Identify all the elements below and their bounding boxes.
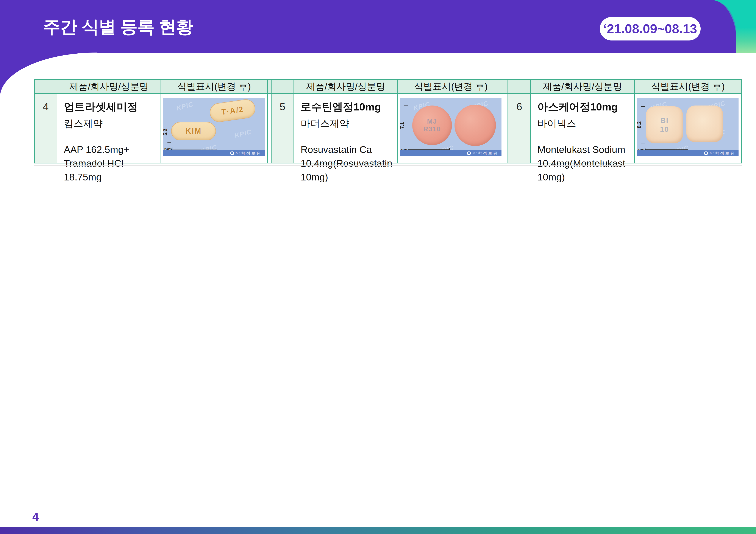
dimension-line-horizontal [408, 149, 450, 150]
company-name: 마더스제약 [301, 117, 393, 131]
brand-logo-icon [704, 151, 708, 155]
brand-name: 약학정보원 [472, 150, 499, 156]
pill-image-cell: KPIC KPIC KPIC KPIC BI 10 8.2 8.2 mm 약학정… [635, 94, 741, 163]
spacer-cell [504, 94, 508, 163]
drug-info-cell: 아스케어정10mg 바이넥스 Montelukast Sodium 10.4mg… [531, 94, 635, 163]
page-number: 4 [32, 510, 39, 523]
company-name: 바이넥스 [537, 117, 630, 131]
dimension-height-label: 8.2 [637, 121, 642, 128]
pill-print-line: R310 [423, 125, 441, 133]
dimension-line-vertical [643, 106, 643, 143]
pill-engraving: T·A/2 [221, 105, 244, 117]
pill-print-line: MJ [427, 117, 437, 125]
header-number-cell [508, 80, 531, 94]
pill-photo: KPIC KPIC KPIC KPIC KPIC T·A/2 KIM 5.2 1… [163, 98, 265, 156]
brand-logo-icon [230, 151, 234, 155]
ingredient-line: Tramadol HCl [64, 157, 157, 170]
pill-image-cell: KPIC KPIC KPIC KPIC MJ R310 7.1 7.1 mm 약… [398, 94, 504, 163]
kpic-watermark: KPIC [176, 100, 194, 112]
kpic-watermark: KPIC [234, 128, 252, 139]
identification-table: 제품/회사명/성분명 식별표시(변경 후) 제품/회사명/성분명 식별표시(변경… [34, 79, 742, 164]
drug-name: 아스케어정10mg [537, 99, 630, 114]
pill-engraving: KIM [186, 127, 202, 136]
drug-info-cell: 업트라셋세미정 킴스제약 AAP 162.5mg+ Tramadol HCl 1… [57, 94, 161, 163]
footer-gradient-bar [0, 527, 756, 534]
dimension-line-vertical [169, 122, 169, 142]
pill-square-printed: BI 10 [646, 106, 683, 143]
pill-round-printed: MJ R310 [412, 106, 452, 145]
date-range-text: ‘21.08.09~08.13 [603, 21, 697, 36]
ingredient-lines: AAP 162.5mg+ Tramadol HCl 18.75mg [64, 143, 157, 184]
pill-oblong-engraved: T·A/2 [209, 98, 256, 123]
ingredient-line: AAP 162.5mg+ [64, 143, 157, 157]
photo-brand-bar: 약학정보원 [400, 150, 501, 156]
pill-print-line: 10 [660, 125, 669, 134]
pill-image-cell: KPIC KPIC KPIC KPIC KPIC T·A/2 KIM 5.2 1… [161, 94, 268, 163]
ingredient-line: 10mg) [301, 170, 393, 184]
column-header-identification: 식별표시(변경 후) [398, 80, 504, 94]
row-number: 6 [508, 94, 531, 163]
ingredient-lines: Montelukast Sodium 10.4mg(Montelukast 10… [537, 143, 630, 184]
row-number: 5 [272, 94, 294, 163]
column-header-product: 제품/회사명/성분명 [531, 80, 635, 94]
dimension-height-label: 5.2 [163, 129, 168, 136]
brand-name: 약학정보원 [710, 150, 736, 156]
table-shadow-line [34, 165, 742, 165]
photo-brand-bar: 약학정보원 [163, 150, 265, 156]
dimension-height-label: 7.1 [400, 122, 405, 129]
ingredient-line: 10.4mg(Montelukast [537, 157, 630, 170]
drug-info-cell: 로수틴엠정10mg 마더스제약 Rosuvastatin Ca 10.4mg(R… [294, 94, 398, 163]
pill-oblong-engraved: KIM [171, 122, 216, 140]
ingredient-line: Rosuvastatin Ca [301, 143, 393, 157]
pill-print-line: BI [660, 116, 668, 125]
column-header-product: 제품/회사명/성분명 [57, 80, 161, 94]
page-title: 주간 식별 등록 현황 [43, 15, 193, 39]
dimension-line-horizontal [172, 149, 217, 149]
header-number-cell [272, 80, 294, 94]
photo-brand-bar: 약학정보원 [637, 150, 739, 156]
ingredient-line: 18.75mg [64, 170, 157, 184]
ingredient-lines: Rosuvastatin Ca 10.4mg(Rosuvastatin 10mg… [301, 143, 393, 184]
header-number-cell [35, 80, 57, 94]
dimension-line-vertical [406, 106, 406, 145]
pill-square-plain [687, 106, 723, 142]
slide: { "header": { "title": "주간 식별 등록 현황", "d… [0, 0, 756, 534]
row-number: 4 [35, 94, 57, 163]
header-spacer [504, 80, 508, 94]
ingredient-line: 10mg) [537, 170, 630, 184]
date-range-badge: ‘21.08.09~08.13 [600, 17, 701, 40]
brand-name: 약학정보원 [236, 150, 262, 156]
pill-photo: KPIC KPIC KPIC KPIC BI 10 8.2 8.2 mm 약학정… [637, 98, 739, 156]
pill-round-plain [454, 105, 496, 146]
drug-name: 로수틴엠정10mg [301, 99, 393, 114]
spacer-cell [268, 94, 272, 163]
company-name: 킴스제약 [64, 117, 157, 131]
drug-name: 업트라셋세미정 [64, 99, 157, 114]
header-spacer [268, 80, 272, 94]
brand-logo-icon [467, 151, 471, 155]
column-header-product: 제품/회사명/성분명 [294, 80, 398, 94]
column-header-identification: 식별표시(변경 후) [161, 80, 268, 94]
column-header-identification: 식별표시(변경 후) [635, 80, 741, 94]
pill-photo: KPIC KPIC KPIC KPIC MJ R310 7.1 7.1 mm 약… [400, 98, 501, 156]
ingredient-line: Montelukast Sodium [537, 143, 630, 157]
ingredient-line: 10.4mg(Rosuvastatin [301, 157, 393, 170]
dimension-line-horizontal [645, 149, 688, 150]
